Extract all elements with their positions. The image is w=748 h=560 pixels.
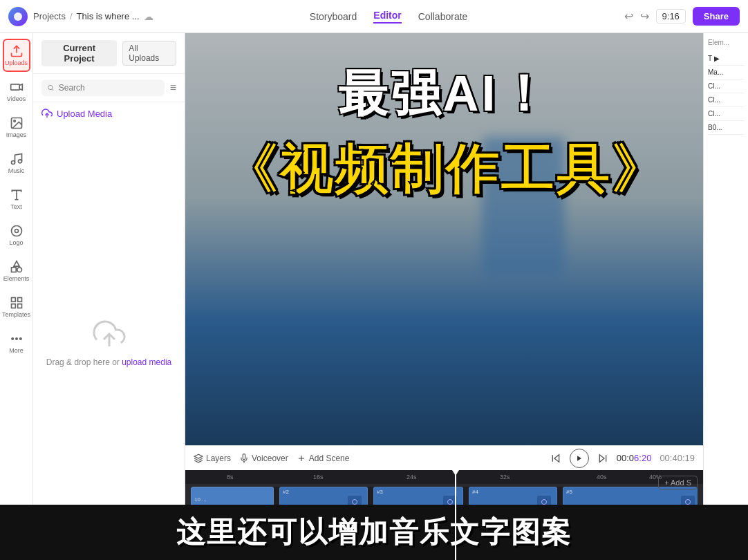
- svg-point-4: [13, 120, 15, 122]
- sidebar-music-label: Music: [8, 167, 25, 174]
- ruler-mark-40s: 40s: [597, 474, 607, 480]
- microphone-icon: [239, 454, 249, 463]
- canvas-timeline-container: 最强AI！ 《视频制作工具》 Layers Voiceove: [185, 33, 703, 560]
- layers-icon: [194, 454, 203, 463]
- app-logo: [8, 7, 28, 26]
- svg-point-18: [15, 338, 17, 340]
- all-uploads-tag[interactable]: All Uploads: [122, 41, 176, 66]
- breadcrumb: Projects / This is where ... ☁: [33, 11, 153, 22]
- bottom-subtitle-bar: 这里还可以增加音乐文字图案: [0, 505, 748, 560]
- timeline-controls: Layers Voiceover Add Scene: [185, 445, 703, 470]
- sidebar-more-label: More: [9, 347, 24, 354]
- svg-marker-24: [194, 454, 203, 458]
- breadcrumb-projects[interactable]: Projects: [33, 11, 66, 21]
- sidebar-item-uploads[interactable]: Uploads: [3, 39, 30, 72]
- search-input[interactable]: [59, 83, 159, 93]
- filter-icon[interactable]: ≡: [170, 82, 176, 94]
- right-panel: Elem... T ▶ Ma... Cl... Cl... Cl... B0..…: [703, 33, 748, 560]
- search-icon: [47, 84, 55, 92]
- right-panel-item-C3[interactable]: Cl...: [708, 107, 744, 121]
- timeline-playhead[interactable]: [455, 470, 456, 560]
- sidebar-videos-label: Videos: [7, 95, 26, 102]
- sidebar-item-images[interactable]: Images: [3, 111, 30, 144]
- right-panel-item-M[interactable]: Ma...: [708, 66, 744, 80]
- bottom-subtitle-text: 这里还可以增加音乐文字图案: [176, 513, 572, 552]
- icon-sidebar: Uploads Videos Images M: [0, 33, 33, 560]
- search-box[interactable]: [41, 80, 165, 96]
- sidebar-item-elements[interactable]: Elements: [3, 254, 30, 288]
- sidebar-item-logo[interactable]: Logo: [3, 218, 30, 252]
- breadcrumb-current[interactable]: This is where ...: [77, 11, 140, 21]
- skip-back-icon: [550, 453, 561, 464]
- svg-point-19: [19, 338, 21, 340]
- sidebar-item-more[interactable]: More: [3, 326, 30, 360]
- ruler-mark-16s: 16s: [313, 474, 324, 480]
- play-icon: [576, 454, 583, 463]
- main-layout: Uploads Videos Images M: [0, 33, 748, 560]
- upload-media-label: Upload Media: [57, 109, 112, 119]
- drag-drop-text: Drag & drop here or upload media: [46, 357, 171, 367]
- total-time: 00:40:19: [660, 453, 695, 463]
- right-panel-item-B0[interactable]: B0...: [708, 121, 744, 135]
- video-preview: 最强AI！ 《视频制作工具》: [185, 33, 703, 445]
- svg-point-5: [11, 161, 15, 165]
- upload-area-cloud-icon: [93, 317, 126, 351]
- sidebar-templates-label: Templates: [2, 311, 30, 318]
- voiceover-button[interactable]: Voiceover: [239, 454, 288, 463]
- uploads-toolbar: ≡: [33, 74, 185, 102]
- svg-rect-2: [10, 84, 19, 90]
- timeline-ruler: 8s 16s 24s 32s 40s 40%: [185, 470, 703, 484]
- right-panel-item-C1[interactable]: Cl...: [708, 80, 744, 93]
- uploads-header: Current Project All Uploads: [33, 33, 185, 74]
- share-button[interactable]: Share: [693, 7, 740, 26]
- right-panel-item-C2[interactable]: Cl...: [708, 93, 744, 107]
- skip-forward-icon: [597, 453, 608, 464]
- nav-collaborate[interactable]: Collaborate: [418, 11, 468, 22]
- redo-button[interactable]: ↪: [640, 10, 649, 23]
- add-scene-timeline-button[interactable]: + Add S: [658, 476, 698, 489]
- nav-tabs: Storyboard Editor Collaborate: [159, 10, 619, 24]
- right-panel-item-T[interactable]: T ▶: [708, 52, 744, 66]
- video-title-line1: 最强AI！: [338, 61, 551, 127]
- sidebar-elements-label: Elements: [3, 275, 30, 282]
- topbar-right: ↩ ↪ 9:16 Share: [624, 7, 740, 26]
- svg-line-21: [52, 89, 53, 91]
- current-time: 00:06:20: [617, 453, 652, 463]
- svg-point-0: [14, 12, 22, 21]
- play-button[interactable]: [570, 449, 589, 468]
- skip-forward-button[interactable]: [597, 453, 608, 464]
- svg-point-10: [15, 230, 18, 233]
- nav-storyboard[interactable]: Storyboard: [310, 11, 357, 22]
- svg-point-11: [17, 268, 21, 272]
- svg-marker-31: [599, 454, 604, 462]
- upload-media-link[interactable]: upload media: [122, 357, 171, 367]
- add-scene-button[interactable]: Add Scene: [297, 454, 350, 463]
- current-project-button[interactable]: Current Project: [41, 40, 117, 66]
- sidebar-text-label: Text: [10, 203, 22, 210]
- svg-point-20: [48, 85, 53, 89]
- layers-button[interactable]: Layers: [194, 454, 231, 463]
- sidebar-item-music[interactable]: Music: [3, 147, 30, 180]
- video-overlay: 最强AI！ 《视频制作工具》: [185, 33, 703, 445]
- svg-rect-14: [17, 298, 21, 302]
- sidebar-logo-label: Logo: [9, 239, 23, 246]
- cloud-save-icon[interactable]: ☁: [144, 11, 153, 22]
- svg-rect-12: [11, 268, 16, 272]
- sidebar-images-label: Images: [6, 131, 27, 138]
- time-display: 9:16: [656, 9, 686, 24]
- skip-back-button[interactable]: [550, 453, 561, 464]
- upload-media-button[interactable]: Upload Media: [33, 102, 185, 124]
- sidebar-item-templates[interactable]: Templates: [3, 290, 30, 324]
- plus-icon: [297, 454, 306, 463]
- undo-button[interactable]: ↩: [624, 10, 633, 23]
- svg-rect-16: [17, 304, 21, 308]
- svg-rect-13: [11, 298, 15, 302]
- sidebar-item-videos[interactable]: Videos: [3, 75, 30, 108]
- svg-marker-28: [554, 454, 559, 462]
- nav-editor[interactable]: Editor: [373, 10, 401, 24]
- breadcrumb-sep: /: [70, 11, 73, 21]
- sidebar-item-text[interactable]: Text: [3, 183, 30, 216]
- svg-point-17: [11, 338, 13, 340]
- svg-point-9: [11, 226, 21, 236]
- upload-drop-area[interactable]: Drag & drop here or upload media: [33, 124, 185, 560]
